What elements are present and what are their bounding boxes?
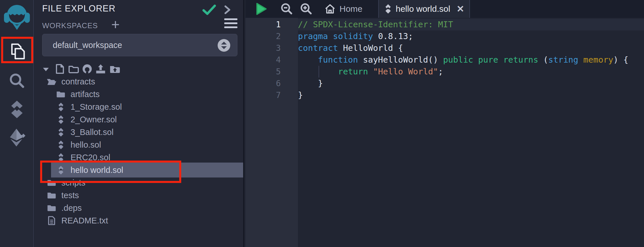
file-tree-toolbar <box>34 64 243 75</box>
tree-item-3_Ballot.sol[interactable]: 3_Ballot.sol <box>34 126 243 138</box>
line-number: 5 <box>245 66 281 78</box>
code-token <box>298 55 318 65</box>
code-token: } <box>298 90 303 100</box>
chevron-right-icon[interactable] <box>224 5 231 15</box>
home-icon <box>325 4 335 14</box>
tree-item-ERC20.sol[interactable]: ERC20.sol <box>34 151 243 164</box>
solidity-icon <box>56 140 66 149</box>
clone-github-icon[interactable] <box>82 64 92 74</box>
file-text-icon <box>46 216 57 225</box>
solidity-icon <box>56 103 66 111</box>
tree-item-1_Storage.sol[interactable]: 1_Storage.sol <box>34 101 243 113</box>
workspace-sort-icon[interactable] <box>218 39 230 52</box>
search-icon[interactable] <box>0 72 34 90</box>
remix-logo-icon[interactable] <box>0 2 34 30</box>
code-area[interactable]: // SPDX-License-Identifier: MITpragma so… <box>298 19 644 101</box>
zoom-in-icon[interactable] <box>300 0 313 18</box>
line-number: 1 <box>245 19 281 30</box>
solidity-icon <box>56 115 66 124</box>
folder-open-icon <box>46 78 57 86</box>
code-token: contract <box>298 43 338 53</box>
code-line-1[interactable]: // SPDX-License-Identifier: MIT <box>298 19 644 30</box>
run-script-icon[interactable] <box>255 0 267 18</box>
upload-file-icon[interactable] <box>96 64 106 74</box>
workspace-selected-value: default_workspace <box>53 34 122 56</box>
code-token: // SPDX-License-Identifier: MIT <box>298 20 453 29</box>
tree-item-scripts[interactable]: scripts <box>34 176 243 189</box>
code-line-5[interactable]: return "Hello World"; <box>298 66 644 78</box>
line-number: 7 <box>245 89 281 101</box>
workspace-select[interactable]: default_workspace <box>42 34 237 56</box>
tree-item-README.txt[interactable]: README.txt <box>34 214 243 227</box>
tree-item-label: .deps <box>61 203 82 213</box>
tab-label: hello world.sol <box>396 4 450 14</box>
code-token: sayHelloWorld() <box>358 55 443 65</box>
line-numbers: 1234567 <box>245 19 281 101</box>
file-explorer-icon[interactable] <box>0 43 34 60</box>
code-token: HelloWorld { <box>338 43 403 53</box>
collapse-caret-icon[interactable] <box>42 67 49 72</box>
solidity-icon <box>56 166 66 175</box>
code-editor[interactable]: 1234567 // SPDX-License-Identifier: MITp… <box>245 18 644 247</box>
code-line-3[interactable]: contract HelloWorld { <box>298 42 644 54</box>
tree-item-label: 3_Ballot.sol <box>71 128 114 137</box>
code-token: returns <box>503 55 538 65</box>
code-line-2[interactable]: pragma solidity 0.8.13; <box>298 30 644 42</box>
tree-item-label: ERC20.sol <box>71 153 110 162</box>
code-token: solidity <box>333 31 373 41</box>
solidity-icon <box>56 153 66 162</box>
add-workspace-button[interactable]: + <box>111 16 120 33</box>
tree-item-.deps[interactable]: .deps <box>34 202 243 214</box>
code-token: public <box>443 55 473 65</box>
tab-home[interactable]: Home <box>322 0 366 18</box>
tree-item-label: scripts <box>61 178 85 188</box>
code-token: 0.8.13; <box>373 31 413 41</box>
line-number: 3 <box>245 42 281 54</box>
code-token: string <box>548 55 578 65</box>
code-token: ; <box>438 67 443 76</box>
code-token: memory <box>583 55 613 65</box>
tree-item-hello.sol[interactable]: hello.sol <box>34 138 243 151</box>
code-token <box>368 67 373 76</box>
code-token: pragma <box>298 31 328 41</box>
code-token <box>578 55 583 65</box>
tab-hello-world-sol[interactable]: hello world.sol✕ <box>378 0 470 18</box>
code-token: pure <box>478 55 498 65</box>
tree-item-label: hello.sol <box>71 140 101 150</box>
tree-item-artifacts[interactable]: artifacts <box>34 88 243 101</box>
new-file-icon[interactable] <box>56 64 64 74</box>
panel-title: FILE EXPLORER <box>42 3 116 14</box>
editor-area: Homehello world.sol✕ 1234567 // SPDX-Lic… <box>245 0 644 247</box>
upload-folder-icon[interactable] <box>110 65 120 74</box>
workspace-menu-icon[interactable] <box>224 18 237 28</box>
tree-item-hello world.sol[interactable]: hello world.sol <box>34 164 243 176</box>
code-line-7[interactable]: } <box>298 89 644 101</box>
tree-item-label: hello world.sol <box>71 165 123 175</box>
code-token: return <box>338 67 368 76</box>
activity-bar <box>0 0 34 247</box>
folder-icon <box>46 204 57 212</box>
tree-item-label: 2_Owner.sol <box>71 115 117 124</box>
code-line-4[interactable]: function sayHelloWorld() public pure ret… <box>298 54 644 66</box>
editor-tab-bar: Homehello world.sol✕ <box>245 0 644 18</box>
code-token: function <box>318 55 358 65</box>
line-number: 6 <box>245 78 281 89</box>
tree-item-contracts[interactable]: contracts <box>34 75 243 88</box>
code-token: ( <box>538 55 548 65</box>
folder-icon <box>46 192 57 199</box>
tree-item-tests[interactable]: tests <box>34 189 243 202</box>
solidity-compiler-icon[interactable] <box>0 100 34 119</box>
zoom-out-icon[interactable] <box>280 0 293 18</box>
code-line-6[interactable]: } <box>298 78 644 89</box>
tree-item-2_Owner.sol[interactable]: 2_Owner.sol <box>34 113 243 126</box>
folder-icon <box>56 90 66 98</box>
tree-item-label: tests <box>61 191 79 200</box>
deploy-and-run-icon[interactable] <box>0 128 34 147</box>
check-icon[interactable] <box>202 5 216 16</box>
indent-guide <box>319 66 319 78</box>
close-icon[interactable]: ✕ <box>456 3 464 14</box>
tab-label: Home <box>339 4 362 14</box>
code-token: ) { <box>613 55 628 65</box>
code-token <box>473 55 478 65</box>
new-folder-icon[interactable] <box>68 65 79 74</box>
